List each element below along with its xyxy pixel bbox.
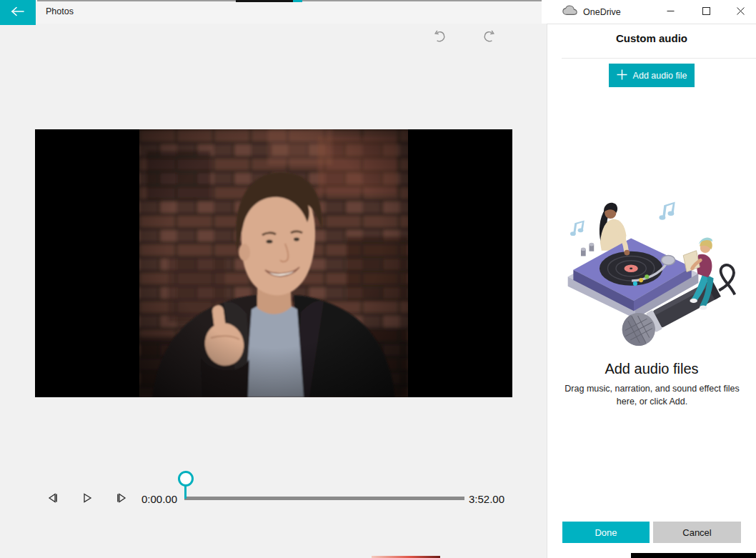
add-audio-file-button[interactable]: Add audio file — [609, 64, 695, 87]
onedrive-label: OneDrive — [583, 7, 621, 17]
custom-audio-panel: Custom audio Add audio file — [547, 24, 756, 558]
maximize-button[interactable] — [694, 0, 718, 24]
cancel-button[interactable]: Cancel — [653, 522, 741, 543]
scrubber-stem — [184, 485, 186, 499]
previous-frame-icon — [46, 492, 59, 506]
timeline-track[interactable] — [184, 497, 464, 500]
current-time-label: 0:00.00 — [127, 493, 177, 505]
play-icon — [82, 492, 92, 506]
background-window-edge — [293, 0, 302, 2]
undo-icon — [432, 29, 448, 47]
done-button[interactable]: Done — [562, 522, 650, 543]
minimize-icon — [667, 6, 675, 17]
previous-frame-button[interactable] — [41, 489, 63, 509]
add-audio-file-label: Add audio file — [633, 71, 687, 81]
undo-button[interactable] — [427, 27, 453, 49]
minimize-button[interactable] — [658, 0, 682, 24]
video-frame-photo — [139, 129, 408, 397]
empty-state-heading: Add audio files — [547, 361, 756, 377]
next-frame-icon — [116, 492, 128, 506]
close-button[interactable] — [728, 0, 752, 24]
redo-icon — [481, 29, 497, 47]
play-button[interactable] — [76, 489, 98, 509]
page-title: Photos — [46, 0, 74, 24]
onedrive-account: OneDrive — [562, 0, 621, 24]
redo-button[interactable] — [476, 27, 502, 49]
cloud-icon — [562, 5, 578, 19]
maximize-icon — [702, 6, 710, 17]
empty-state-description: Drag music, narration, and sound effect … — [557, 382, 747, 408]
turntable-microphone-illustration — [562, 196, 741, 352]
video-preview-frame[interactable] — [35, 129, 512, 397]
back-arrow-icon — [11, 6, 25, 19]
background-window-edge — [236, 0, 293, 2]
photos-app-window: Photos OneDrive — [0, 0, 756, 558]
background-window-edge — [631, 553, 756, 558]
close-icon — [737, 6, 745, 17]
panel-title: Custom audio — [547, 32, 756, 44]
total-time-label: 3:52.00 — [469, 493, 504, 505]
panel-divider — [562, 58, 756, 59]
back-button[interactable] — [0, 0, 36, 25]
timeline-scrubber[interactable] — [178, 471, 194, 487]
plus-icon — [617, 69, 627, 82]
